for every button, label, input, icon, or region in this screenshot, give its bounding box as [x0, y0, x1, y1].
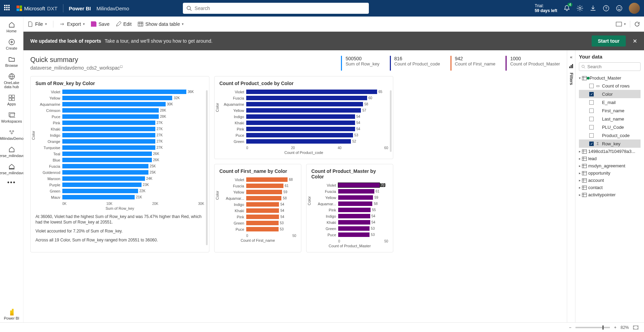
notifications-icon[interactable]: 4 — [563, 5, 570, 12]
bar-row[interactable]: Yellow59 — [219, 189, 296, 195]
table-node-collapsed[interactable]: ▸ activitypointer — [579, 191, 641, 198]
bar-row[interactable]: Yellow32K — [35, 95, 204, 101]
nav-workspace-dv1[interactable]: dataverse_milindavdem... — [1, 144, 22, 160]
search-input[interactable] — [195, 6, 365, 11]
bar-row[interactable]: Violet36K — [35, 89, 204, 95]
kpi-card[interactable]: 1000Count of Product_Master — [506, 56, 560, 71]
table-node-collapsed[interactable]: ▸ msdyn_agreement — [579, 162, 641, 169]
bar-row[interactable]: Puce53 — [219, 132, 388, 138]
field-first-name[interactable]: First_name — [579, 106, 641, 115]
product-name[interactable]: Power BI — [69, 6, 91, 11]
table-node-collapsed[interactable]: ▸ opportunity — [579, 169, 641, 177]
bar-row[interactable]: Violet68 — [219, 177, 296, 183]
nav-apps[interactable]: Apps — [1, 92, 22, 108]
nav-create[interactable]: Create — [1, 37, 22, 52]
bar-row[interactable]: Aquamarine58 — [219, 101, 388, 107]
table-node-collapsed[interactable]: ▸ 1498cd1a7f104978a3... — [579, 148, 641, 155]
bar-row[interactable]: Yellow59 — [311, 195, 388, 201]
nav-home[interactable]: Home — [1, 19, 22, 35]
table-node-collapsed[interactable]: ▸ lead — [579, 155, 641, 162]
field-color[interactable]: ✓Color — [579, 90, 641, 98]
global-search[interactable] — [183, 3, 369, 14]
bar-row[interactable]: Khaki54 — [311, 219, 388, 226]
bar-row[interactable]: Purple23K — [35, 182, 204, 188]
nav-powerbi[interactable]: Power BI — [1, 305, 22, 322]
feedback-icon[interactable] — [616, 5, 623, 12]
zoom-out-button[interactable]: − — [569, 325, 571, 330]
bar-row[interactable]: Violet65 — [219, 89, 388, 95]
refresh-button[interactable] — [634, 21, 640, 27]
table-node-expanded[interactable]: ▾Product_Master — [579, 74, 641, 82]
bar-row[interactable]: Puce53 — [219, 226, 296, 232]
data-search-input[interactable] — [588, 64, 638, 69]
bar-row[interactable]: Pink54 — [219, 214, 296, 220]
bar-row[interactable]: Mauv21K — [35, 194, 204, 200]
bar-row[interactable]: Fuscia60 — [219, 95, 388, 101]
field-count-of-rows[interactable]: ▭Count of rows — [579, 82, 641, 90]
trial-status[interactable]: Trial: 59 days left — [535, 3, 557, 13]
help-icon[interactable]: ? — [603, 5, 610, 12]
edit-button[interactable]: Edit — [116, 21, 132, 27]
bar-row[interactable]: Khaki54 — [219, 120, 388, 126]
field-e-mail[interactable]: E_mail — [579, 98, 641, 106]
field-plu-code[interactable]: PLU_Code — [579, 123, 641, 131]
bar-row[interactable]: Turquoise27K — [35, 145, 204, 151]
show-data-table-button[interactable]: Show data table▾ — [138, 21, 184, 27]
bar-row[interactable]: Aquamar...58 — [311, 201, 388, 207]
nav-browse[interactable]: Browse — [1, 54, 22, 70]
bar-row[interactable]: Fuscia25K — [35, 163, 204, 169]
bar-row[interactable]: Green53 — [311, 226, 388, 232]
kpi-card[interactable]: 942Count of First_name — [450, 56, 496, 71]
bar-row[interactable]: Crimson28K — [35, 107, 204, 114]
bar-row[interactable]: Blue26K — [35, 157, 204, 163]
bar-row[interactable]: Fuscia61 — [219, 183, 296, 189]
start-tour-button[interactable]: Start tour — [592, 35, 626, 46]
bar-row[interactable]: Aquamar...58 — [219, 195, 296, 201]
kpi-card[interactable]: 500500Sum of Row_key — [341, 56, 379, 71]
bar-row[interactable]: Puce53 — [311, 232, 388, 238]
app-launcher-icon[interactable] — [4, 5, 11, 12]
export-menu[interactable]: Export▾ — [60, 21, 85, 27]
bar-row[interactable]: Khaki27K — [35, 126, 204, 132]
bar-row[interactable]: Indigo54 — [311, 213, 388, 219]
bar-row[interactable]: Green53 — [219, 220, 296, 226]
bar-row[interactable]: Fuscia61 — [311, 188, 388, 195]
chart-sum-rowkey[interactable]: Sum of Row_key by Color ColorViolet36KYe… — [30, 76, 209, 252]
bar-row[interactable]: Teal26K — [35, 151, 204, 157]
workspace-name[interactable]: MilindavDemo — [96, 6, 129, 11]
table-node-collapsed[interactable]: ▸ contact — [579, 184, 641, 191]
bar-row[interactable]: Goldenrod25K — [35, 169, 204, 176]
chart-count-firstname[interactable]: Count of First_name by Color ColorViolet… — [214, 164, 301, 252]
file-menu[interactable]: File▾ — [28, 21, 47, 27]
bar-row[interactable]: Pink54 — [219, 126, 388, 132]
zoom-in-button[interactable]: + — [614, 325, 616, 330]
bar-row[interactable]: Pink27K — [35, 120, 204, 126]
bar-row[interactable]: Pink55 — [311, 207, 388, 213]
bar-row[interactable]: Green52 — [219, 138, 388, 145]
bar-row[interactable]: Maroon24K — [35, 176, 204, 182]
save-button[interactable]: Save — [91, 21, 110, 27]
bar-row[interactable]: Khaki54 — [219, 208, 296, 214]
field-product-code[interactable]: Product_code — [579, 131, 641, 139]
settings-icon[interactable] — [577, 5, 583, 12]
nav-onelake[interactable]: OneLake data hub — [1, 71, 22, 91]
bar-row[interactable]: Green22K — [35, 188, 204, 194]
bar-row[interactable]: Aquamarine30K — [35, 101, 204, 107]
bar-row[interactable]: Yellow57 — [219, 107, 388, 114]
chart-count-productmaster[interactable]: Count of Product_Master by Color ColorVi… — [306, 164, 393, 252]
expand-filters-icon[interactable]: « — [570, 54, 572, 60]
nav-more[interactable]: ••• — [1, 178, 22, 187]
view-mode-button[interactable]: ▾ — [616, 22, 626, 27]
nav-workspace-dv2[interactable]: dataverse_milindavdem... — [1, 161, 22, 177]
nav-workspaces[interactable]: Workspaces — [1, 110, 22, 125]
bar-row[interactable]: Indigo27K — [35, 132, 204, 138]
bar-row[interactable]: Puce28K — [35, 114, 204, 120]
banner-close-icon[interactable]: ✕ — [633, 38, 637, 44]
kpi-card[interactable]: 816Count of Product_code — [390, 56, 440, 71]
bar-row[interactable]: Indigo54 — [219, 114, 388, 120]
user-avatar[interactable] — [629, 3, 640, 14]
filters-pane-collapsed[interactable]: « Filters — [567, 50, 575, 322]
bar-row[interactable]: Indigo54 — [219, 201, 296, 208]
fit-to-page-icon[interactable] — [633, 325, 638, 330]
bar-row[interactable]: Violet70 — [311, 182, 388, 188]
